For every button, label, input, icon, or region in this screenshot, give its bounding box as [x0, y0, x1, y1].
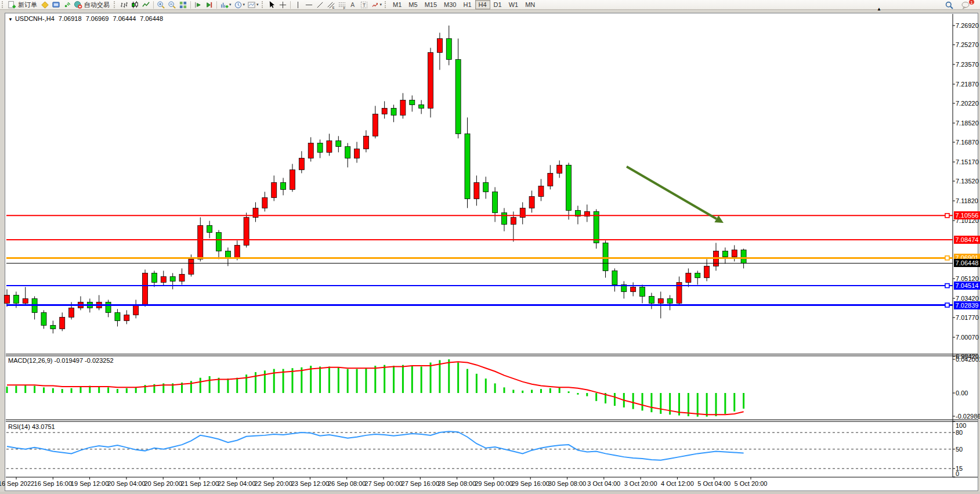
candle-down: [151, 273, 157, 282]
candle-up: [5, 295, 10, 303]
candle-up: [437, 38, 442, 52]
candle-up: [23, 298, 28, 303]
time-axis-label: 22 Sep 20:00: [254, 480, 292, 487]
candle-down: [336, 140, 341, 146]
candle-down: [722, 251, 728, 257]
candle-down: [13, 295, 19, 303]
time-axis-label: 22 Sep 04:00: [218, 480, 255, 487]
candle-down: [50, 325, 56, 329]
price-axis-tick-label: 7.21870: [956, 81, 980, 88]
candle-up: [511, 217, 516, 224]
candle-down: [41, 312, 46, 325]
time-axis-label: 3 Oct 04:00: [587, 480, 620, 487]
candle-up: [60, 317, 65, 329]
price-axis-tick-label: 7.01770: [956, 314, 980, 322]
candle-down: [115, 312, 120, 320]
time-axis-label: 3 Oct 20:00: [624, 480, 657, 487]
price-line-label: 7.02839: [954, 301, 980, 309]
candle-down: [493, 192, 498, 212]
price-axis-tick-label: 7.23570: [956, 61, 980, 68]
candle-down: [741, 250, 746, 263]
candle-up: [234, 245, 240, 258]
candle-up: [244, 217, 249, 245]
candle-up: [373, 114, 378, 136]
open-price: 7.06918: [59, 15, 82, 22]
macd-axis-tick-label: 0.00: [956, 390, 980, 396]
candle-down: [594, 211, 599, 243]
macd-axis-tick-label: -0.029864: [956, 413, 980, 420]
candle-up: [290, 170, 295, 189]
price-axis-tick-label: 7.18520: [956, 120, 980, 127]
candle-up: [355, 149, 360, 158]
candle-up: [529, 196, 534, 208]
time-axis-label: 23 Sep 12:00: [291, 480, 329, 487]
time-axis-label: 5 Oct 04:00: [697, 480, 731, 487]
candle-up: [262, 197, 267, 208]
price-axis-tick-label: 7.00070: [956, 334, 980, 341]
current-price-label: 7.06448: [954, 259, 980, 267]
candle-down: [419, 104, 424, 108]
trend-arrow-annotation: [627, 167, 717, 219]
high-price: 7.06969: [86, 15, 109, 22]
candle-down: [483, 182, 489, 192]
candle-down: [455, 59, 461, 134]
application-window: 新订单 自动交易: [0, 0, 980, 494]
candle-up: [538, 186, 544, 196]
candle-down: [603, 243, 608, 271]
candle-up: [327, 140, 332, 152]
candle-down: [216, 232, 222, 251]
price-axis-tick-label: 7.16870: [956, 139, 980, 146]
time-axis-label: 4 Oct 12:00: [661, 480, 694, 487]
line-marker: [945, 214, 949, 218]
candle-down: [640, 287, 645, 296]
scroll-marker-icon[interactable]: ▲: [877, 6, 881, 12]
price-axis-tick-label: 7.25270: [956, 41, 980, 49]
price-axis-tick-label: 7.15170: [956, 158, 980, 166]
candle-down: [667, 298, 672, 303]
candle-up: [686, 273, 691, 282]
rsi-line: [7, 431, 744, 460]
time-axis-label: 30 Sep 08:00: [548, 480, 586, 487]
close-price: 7.06448: [140, 15, 163, 22]
chart-canvas[interactable]: [0, 0, 980, 494]
rsi-value: 43.0751: [32, 423, 55, 430]
candle-down: [465, 134, 470, 199]
rsi-axis-tick-label: 0: [956, 470, 980, 477]
rsi-axis-tick-label: 100: [956, 422, 980, 429]
price-axis-tick-label: 7.13520: [956, 178, 980, 185]
candle-up: [363, 136, 368, 149]
time-axis-label: 26 Sep 08:00: [328, 480, 366, 487]
candle-down: [281, 182, 286, 189]
time-axis-label: 27 Sep 00:00: [364, 480, 402, 487]
rsi-indicator-label: RSI(14) 43.0751: [8, 423, 55, 430]
candle-down: [501, 212, 507, 224]
rsi-axis-tick-label: 80: [956, 429, 980, 436]
candle-up: [299, 158, 304, 170]
candle-up: [382, 108, 387, 114]
price-axis-tick-label: 7.26920: [956, 22, 980, 30]
price-line-label: 7.08474: [954, 236, 980, 244]
candle-up: [189, 259, 194, 274]
price-axis-tick-label: 7.11820: [956, 197, 980, 205]
collapse-icon[interactable]: ▼: [8, 17, 13, 22]
candle-down: [566, 165, 572, 210]
candle-up: [143, 273, 148, 304]
candle-down: [317, 143, 323, 152]
candle-up: [198, 225, 203, 259]
candle-down: [225, 251, 230, 258]
rsi-axis-tick-label: 50: [956, 446, 980, 453]
macd-indicator-label: MACD(12,26,9) -0.019497 -0.023252: [8, 357, 114, 364]
candle-down: [170, 276, 175, 281]
candle-down: [345, 146, 350, 158]
candle-up: [400, 100, 406, 115]
candle-up: [548, 173, 553, 186]
time-axis-label: 21 Sep 12:00: [181, 480, 219, 487]
candle-down: [446, 38, 451, 59]
candle-down: [612, 271, 617, 284]
time-axis-label: 19 Sep 12:00: [71, 480, 109, 487]
candle-up: [428, 52, 433, 108]
candle-up: [658, 298, 663, 303]
time-axis-label: 16 Sep 16:00: [34, 480, 72, 487]
candle-up: [69, 308, 74, 317]
candle-up: [732, 250, 737, 257]
